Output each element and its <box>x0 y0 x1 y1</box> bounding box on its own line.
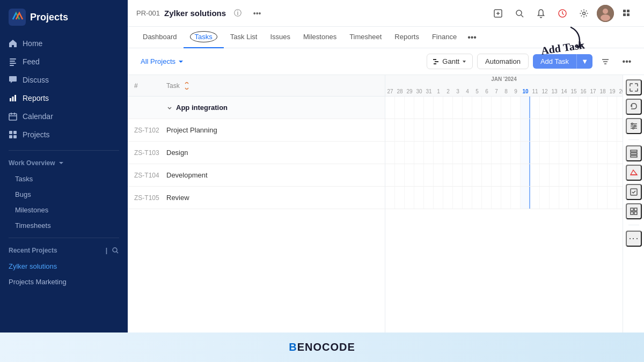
tab-dashboard[interactable]: Dashboard <box>136 27 184 48</box>
sidebar-sub-milestones[interactable]: Milestones <box>0 202 128 218</box>
filter-settings-icon[interactable] <box>94 247 101 254</box>
add-icon <box>493 9 503 18</box>
svg-point-19 <box>603 9 608 14</box>
info-button[interactable]: ⓘ <box>230 6 245 21</box>
right-panel-sep-2 <box>628 225 639 225</box>
highlight-icon <box>630 168 638 177</box>
undo-button[interactable] <box>626 99 642 115</box>
sidebar-item-reports[interactable]: Reports <box>0 89 128 107</box>
task-table: # Task App integration ZS-T102 <box>128 75 385 333</box>
tab-tasks[interactable]: Tasks <box>184 27 224 48</box>
search-icon <box>515 9 524 18</box>
chevron-down-icon <box>178 58 184 65</box>
settings-button[interactable] <box>575 5 592 22</box>
filter-button[interactable] <box>597 53 614 70</box>
tab-issues[interactable]: Issues <box>264 27 297 48</box>
sidebar-item-calendar[interactable]: Calendar <box>0 107 128 125</box>
nav-tabs: Dashboard Tasks Task List Issues Milesto… <box>128 27 644 48</box>
sidebar-item-projects[interactable]: Projects <box>0 125 128 144</box>
svg-rect-8 <box>9 114 17 120</box>
add-task-button[interactable]: Add Task <box>533 54 576 69</box>
gantt-row <box>385 187 623 209</box>
gantt-icon <box>433 58 440 65</box>
svg-rect-3 <box>10 63 16 64</box>
svg-rect-12 <box>13 135 17 138</box>
month-label: JAN '2024 <box>385 76 623 82</box>
grid-apps-button[interactable] <box>618 5 635 22</box>
gantt-days-row: 2728293031123456789101112131415161718192… <box>385 88 623 96</box>
sidebar-sub-bugs[interactable]: Bugs <box>0 187 128 202</box>
expand-view-button[interactable] <box>626 79 642 95</box>
tab-task-list[interactable]: Task List <box>224 27 264 48</box>
grid-icon <box>630 207 638 216</box>
gantt-row <box>385 164 623 187</box>
search-button[interactable] <box>511 5 528 22</box>
svg-rect-27 <box>434 63 436 64</box>
sidebar-sub-tasks[interactable]: Tasks <box>0 171 128 187</box>
gantt-button[interactable]: Gantt <box>427 54 473 69</box>
svg-rect-36 <box>634 208 637 211</box>
notification-button[interactable] <box>532 5 550 22</box>
recent-project-zylker[interactable]: Zylker solutions <box>0 258 128 274</box>
task-name[interactable]: Development <box>166 171 378 179</box>
tab-timesheet[interactable]: Timesheet <box>343 27 388 48</box>
gantt-area: # Task App integration ZS-T102 <box>128 75 644 333</box>
task-name[interactable]: Design <box>166 149 378 157</box>
svg-rect-33 <box>631 156 637 157</box>
user-avatar[interactable] <box>597 5 614 22</box>
svg-rect-24 <box>627 13 630 16</box>
sidebar-item-feed[interactable]: Feed <box>0 53 128 71</box>
settings-2-button[interactable] <box>626 118 642 134</box>
more-options-vertical[interactable]: ⋮ <box>626 231 642 247</box>
column-number: # <box>134 82 166 90</box>
tab-reports[interactable]: Reports <box>388 27 426 48</box>
search-icon[interactable] <box>112 247 119 254</box>
highlight-button[interactable] <box>626 165 642 181</box>
checklist-button[interactable] <box>626 184 642 200</box>
all-projects-button[interactable]: All Projects <box>136 55 188 68</box>
gantt-row <box>385 97 623 119</box>
add-task-dropdown-button[interactable]: ▼ <box>576 54 592 69</box>
work-overview-label: Work Overview <box>9 159 55 167</box>
column-task: Task <box>166 82 378 90</box>
task-name[interactable]: Project Planning <box>166 126 378 134</box>
home-icon <box>9 39 17 48</box>
sidebar-item-home[interactable]: Home <box>0 34 128 53</box>
automation-button[interactable]: Automation <box>477 54 529 69</box>
tab-finance[interactable]: Finance <box>426 27 463 48</box>
table-row: ZS-T104 Development <box>128 164 385 187</box>
expand-icon[interactable] <box>166 105 173 111</box>
sidebar-divider-2 <box>9 238 119 238</box>
top-header: PR-001 Zylker solutions ⓘ ••• <box>128 0 644 27</box>
more-options-button[interactable]: ••• <box>250 6 265 21</box>
svg-rect-26 <box>435 61 438 62</box>
sidebar-item-label: Home <box>23 39 42 48</box>
add-button[interactable] <box>489 5 507 22</box>
svg-rect-37 <box>631 212 633 215</box>
bottom-bar: BENOCODE <box>0 333 644 362</box>
svg-rect-11 <box>9 135 12 138</box>
reports-icon <box>9 94 17 102</box>
recent-projects-section: Recent Projects | <box>0 242 128 258</box>
table-row: ZS-T103 Design <box>128 142 385 164</box>
sidebar-sub-timesheets[interactable]: Timesheets <box>0 218 128 233</box>
gear-icon <box>579 9 589 18</box>
list-view-button[interactable] <box>626 145 642 161</box>
svg-point-20 <box>601 14 610 21</box>
recent-project-marketing[interactable]: Projects Marketing <box>0 274 128 290</box>
tab-milestones[interactable]: Milestones <box>297 27 343 48</box>
timer-button[interactable] <box>554 5 571 22</box>
svg-rect-5 <box>10 98 11 101</box>
grid-view-button[interactable] <box>626 203 642 219</box>
sidebar-item-discuss[interactable]: Discuss <box>0 71 128 89</box>
svg-rect-23 <box>623 13 626 16</box>
gantt-row <box>385 142 623 164</box>
sliders-icon <box>630 122 638 130</box>
task-name[interactable]: Review <box>166 194 378 202</box>
svg-rect-35 <box>631 208 633 211</box>
tabs-more-button[interactable]: ••• <box>463 33 481 42</box>
more-options-button[interactable]: ••• <box>618 53 635 70</box>
svg-point-30 <box>632 128 634 129</box>
right-panel-sep <box>628 139 639 140</box>
table-row: ZS-T105 Review <box>128 187 385 209</box>
